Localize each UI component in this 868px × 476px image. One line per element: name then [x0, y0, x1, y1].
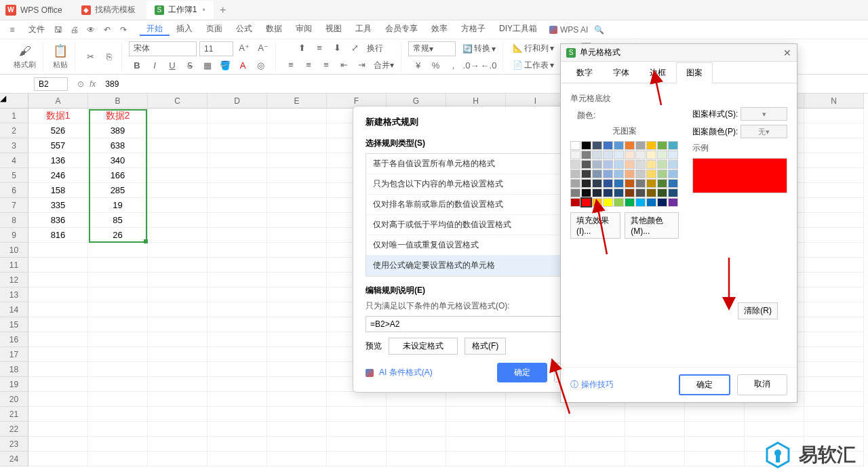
cell[interactable]	[745, 407, 804, 422]
color-swatch[interactable]	[614, 179, 624, 188]
color-swatch[interactable]	[570, 179, 580, 188]
menu-tab[interactable]: 视图	[319, 23, 349, 35]
cell[interactable]	[148, 108, 208, 123]
paste-button[interactable]: 📋粘贴	[50, 42, 71, 71]
align-right-icon[interactable]: ≡	[318, 58, 334, 72]
cell[interactable]	[88, 407, 148, 422]
row-header[interactable]: 7	[0, 198, 28, 213]
row-header[interactable]: 3	[0, 138, 28, 153]
color-swatch[interactable]	[668, 179, 678, 188]
menu-tab[interactable]: DIY工具箱	[492, 23, 544, 35]
cell[interactable]	[148, 317, 208, 332]
cell[interactable]	[88, 273, 148, 287]
cell[interactable]	[208, 347, 267, 362]
menu-tab[interactable]: 工具	[349, 23, 378, 35]
cell[interactable]	[267, 108, 327, 123]
cell[interactable]: 数据1	[28, 108, 88, 123]
cell[interactable]	[28, 362, 88, 377]
select-all-corner[interactable]: ◢	[0, 94, 28, 108]
menu-icon[interactable]: ≡	[5, 23, 19, 37]
cell[interactable]	[804, 168, 864, 183]
redo-icon[interactable]: ↷	[117, 23, 130, 37]
color-swatch[interactable]	[625, 141, 635, 150]
cell[interactable]: 557	[28, 138, 88, 153]
cell[interactable]	[208, 168, 267, 183]
cell[interactable]	[208, 138, 267, 153]
color-swatch[interactable]	[592, 151, 602, 159]
color-swatch[interactable]	[614, 170, 624, 178]
color-swatch[interactable]	[635, 189, 646, 197]
cell[interactable]	[327, 422, 387, 437]
color-swatch[interactable]	[668, 151, 678, 159]
undo-icon[interactable]: ↶	[100, 23, 114, 37]
align-bot-icon[interactable]: ⬇	[329, 41, 345, 55]
strike-icon[interactable]: S̶	[182, 59, 198, 73]
file-menu[interactable]: 文件	[22, 20, 52, 39]
save-icon[interactable]: 🖫	[52, 23, 65, 37]
cell[interactable]	[387, 422, 446, 437]
cell[interactable]	[208, 228, 267, 243]
cell[interactable]	[148, 332, 208, 347]
cell[interactable]: 158	[28, 183, 88, 198]
cell[interactable]	[208, 183, 267, 198]
cell[interactable]	[387, 437, 446, 452]
cell[interactable]	[327, 392, 387, 407]
cell[interactable]	[148, 437, 208, 452]
row-header[interactable]: 5	[0, 168, 28, 183]
color-swatch[interactable]	[592, 198, 602, 207]
cell[interactable]	[267, 138, 327, 153]
increase-font-icon[interactable]: A⁺	[236, 41, 252, 55]
cell[interactable]	[148, 302, 208, 317]
color-swatch[interactable]	[592, 170, 602, 178]
cell[interactable]	[267, 362, 327, 377]
cell[interactable]	[804, 153, 864, 168]
cell[interactable]	[88, 392, 148, 407]
color-swatch[interactable]	[592, 160, 602, 169]
cell[interactable]	[804, 362, 864, 377]
color-swatch[interactable]	[625, 160, 635, 169]
menu-tab[interactable]: 会员专享	[378, 23, 425, 35]
number-format-select[interactable]: 常规 ▾	[408, 41, 456, 56]
cell[interactable]	[267, 452, 327, 467]
cell[interactable]	[267, 243, 327, 258]
color-swatch[interactable]	[581, 151, 591, 159]
cell[interactable]	[446, 437, 506, 452]
cell[interactable]	[267, 302, 327, 317]
color-swatch[interactable]	[668, 141, 678, 150]
cell[interactable]	[28, 258, 88, 273]
cell[interactable]	[28, 377, 88, 392]
align-top-icon[interactable]: ⬆	[294, 41, 310, 55]
currency-icon[interactable]: ¥	[410, 59, 427, 73]
cell[interactable]	[88, 332, 148, 347]
color-swatch[interactable]	[635, 179, 646, 188]
cell[interactable]	[804, 213, 864, 228]
cell[interactable]	[804, 228, 864, 243]
indent-inc-icon[interactable]: ⇥	[353, 58, 370, 72]
highlight-icon[interactable]: ◎	[252, 59, 269, 73]
cell[interactable]	[267, 422, 327, 437]
color-swatch[interactable]	[570, 160, 580, 169]
row-header[interactable]: 11	[0, 258, 28, 273]
cell[interactable]	[148, 258, 208, 273]
bold-icon[interactable]: B	[129, 59, 145, 73]
cell[interactable]	[804, 258, 864, 273]
cell[interactable]: 136	[28, 153, 88, 168]
cell[interactable]: 389	[88, 123, 148, 138]
cell[interactable]	[804, 183, 864, 198]
cell[interactable]	[208, 407, 267, 422]
cell[interactable]	[148, 198, 208, 213]
color-swatch[interactable]	[635, 170, 646, 178]
cell[interactable]: 816	[28, 228, 88, 243]
close-icon[interactable]: ✕	[783, 47, 791, 58]
color-swatch[interactable]	[614, 151, 624, 159]
cell[interactable]	[88, 452, 148, 467]
color-swatch[interactable]	[570, 198, 580, 207]
cell[interactable]	[804, 392, 864, 407]
menu-tab[interactable]: 页面	[199, 23, 229, 35]
cell[interactable]	[208, 392, 267, 407]
cell[interactable]	[28, 273, 88, 287]
cell[interactable]	[267, 287, 327, 302]
cell[interactable]	[88, 377, 148, 392]
menu-tab[interactable]: 效率	[425, 23, 454, 35]
cell[interactable]	[148, 228, 208, 243]
